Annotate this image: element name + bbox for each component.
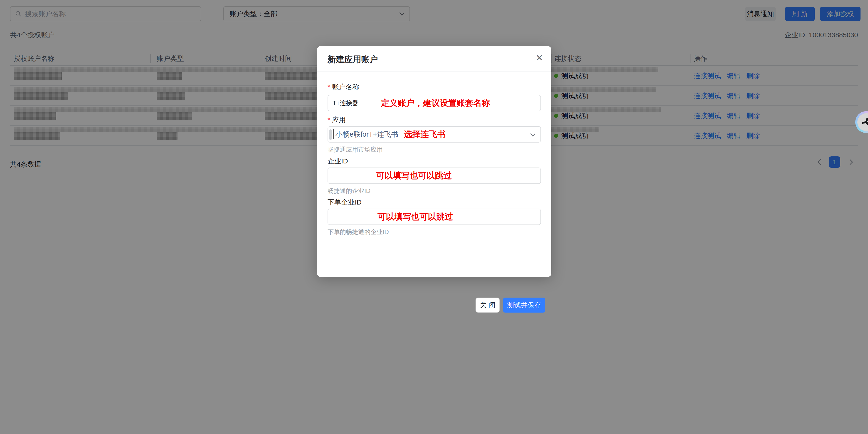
enterprise-id-input[interactable]: 可以填写也可以跳过 (328, 167, 541, 184)
required-asterisk: * (328, 83, 330, 91)
text-cursor (334, 129, 334, 140)
app-select-value: 小畅e联forT+连飞书 (336, 130, 398, 139)
order-enterprise-id-label: 下单企业ID (328, 198, 362, 207)
chevron-down-icon (530, 131, 535, 137)
enterprise-id-annotation: 可以填写也可以跳过 (376, 170, 452, 181)
select-scroll-bar (329, 129, 332, 140)
app-annotation: 选择连飞书 (404, 129, 445, 140)
new-app-account-modal: 新建应用账户 ✕ *账户名称 T+连接器 定义账户，建议设置账套名称 *应用 小… (317, 46, 551, 277)
enterprise-id-label: 企业ID (328, 157, 348, 166)
close-button[interactable]: 关 闭 (475, 298, 500, 313)
order-enterprise-id-annotation: 可以填写也可以跳过 (377, 211, 453, 222)
test-and-save-button[interactable]: 测试并保存 (503, 298, 545, 313)
enterprise-id-helper-text: 畅捷通的企业ID (328, 187, 370, 195)
close-icon[interactable]: ✕ (535, 53, 543, 62)
app-label: *应用 (328, 115, 346, 125)
account-name-label: *账户名称 (328, 83, 359, 92)
account-name-annotation: 定义账户，建议设置账套名称 (381, 97, 490, 109)
divider (317, 71, 551, 72)
modal-title: 新建应用账户 (328, 54, 378, 65)
tri-blade-logo-icon (857, 113, 868, 131)
account-name-value: T+连接器 (333, 99, 358, 107)
required-asterisk: * (328, 116, 330, 123)
app-select[interactable]: 小畅e联forT+连飞书 选择连飞书 (328, 126, 541, 143)
app-helper-text: 畅捷通应用市场应用 (328, 146, 383, 154)
order-enterprise-id-input[interactable]: 可以填写也可以跳过 (328, 209, 541, 225)
account-name-input[interactable]: T+连接器 定义账户，建议设置账套名称 (328, 95, 541, 111)
order-enterprise-id-helper-text: 下单的畅捷通的企业ID (328, 228, 389, 236)
